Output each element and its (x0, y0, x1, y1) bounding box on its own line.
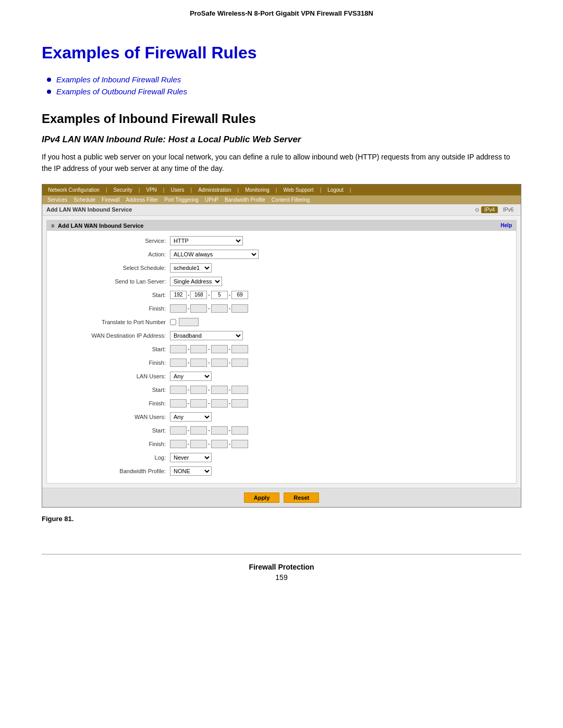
send-to-lan-select[interactable]: Single Address (170, 277, 222, 286)
wan-start2-label: Start: (55, 427, 170, 434)
finish-ip-3[interactable] (211, 304, 228, 313)
page-footer: Firewall Protection 159 (42, 554, 521, 586)
inbound-link[interactable]: Examples of Inbound Firewall Rules (56, 75, 181, 84)
translate-port-input[interactable] (179, 318, 199, 326)
nav-web-support[interactable]: Web Support (280, 186, 316, 194)
action-label: Action: (55, 251, 170, 257)
page-header: ProSafe Wireless-N 8-Port Gigabit VPN Fi… (0, 0, 563, 22)
lan-users-select[interactable]: Any (170, 372, 212, 381)
sub-nav: Services Schedule Firewall Address Filte… (42, 195, 521, 204)
bullet-item-2[interactable]: Examples of Outbound Firewall Rules (47, 87, 521, 96)
nav-network-config[interactable]: Network Configuration (45, 186, 102, 194)
translate-port-value (170, 318, 199, 326)
lan-finish-ip-1[interactable] (170, 399, 187, 408)
wan-start-ip-4[interactable] (231, 345, 248, 353)
subnav-content-filtering[interactable]: Content Filtering (270, 196, 312, 203)
subnav-schedule[interactable]: Schedule (71, 196, 97, 203)
wan-finish-ip-1[interactable] (170, 359, 187, 367)
finish-ip: - - - (170, 304, 248, 313)
wan-start2-ip-4[interactable] (231, 426, 248, 435)
ipv4-toggle[interactable]: IPv4 (481, 206, 498, 213)
wan-users-row: WAN Users: Any (55, 411, 508, 423)
bullet-dot-2 (47, 90, 51, 94)
bandwidth-row: Bandwidth Profile: NONE (55, 465, 508, 477)
finish-ip-1[interactable] (170, 304, 187, 313)
wan-start-ip-1[interactable] (170, 345, 187, 353)
nav-administration[interactable]: Administration (195, 186, 234, 194)
service-select[interactable]: HTTP (170, 236, 243, 245)
nav-bar: Network Configuration | Security | VPN |… (42, 184, 521, 195)
footer-label: Firewall Protection (42, 563, 521, 571)
subnav-firewall[interactable]: Firewall (100, 196, 121, 203)
wan-finish2-ip-3[interactable] (211, 440, 228, 448)
wan-start-label: Start: (55, 346, 170, 352)
lan-start-ip-1[interactable] (170, 386, 187, 394)
reset-button[interactable]: Reset (284, 492, 319, 503)
subnav-bandwidth-profile[interactable]: Bandwidth Profile (223, 196, 267, 203)
wan-start2-ip-3[interactable] (211, 426, 228, 435)
wan-finish-ip-4[interactable] (231, 359, 248, 367)
button-bar: Apply Reset (42, 488, 521, 507)
nav-users[interactable]: Users (168, 186, 187, 194)
schedule-select[interactable]: schedule1 (170, 263, 212, 273)
finish-ip-2[interactable] (190, 304, 207, 313)
wan-finish2-ip-2[interactable] (190, 440, 207, 448)
wan-finish2-ip-1[interactable] (170, 440, 187, 448)
start-ip-4[interactable] (231, 291, 248, 299)
lan-start-label: Start: (55, 387, 170, 393)
wan-start2-ip-2[interactable] (190, 426, 207, 435)
lan-finish-ip-2[interactable] (190, 399, 207, 408)
lan-start-ip-4[interactable] (231, 386, 248, 394)
wan-start2-ip-1[interactable] (170, 426, 187, 435)
nav-vpn[interactable]: VPN (143, 186, 160, 194)
ipv6-toggle[interactable]: IPv6 (500, 206, 517, 213)
send-to-lan-label: Send to Lan Server: (55, 278, 170, 285)
wan-finish2-ip-4[interactable] (231, 440, 248, 448)
wan-users-select[interactable]: Any (170, 412, 212, 422)
translate-port-checkbox[interactable] (170, 319, 176, 325)
subnav-upnp[interactable]: UPnP (203, 196, 221, 203)
ipv-toggle: ⊙ IPv4 IPv6 (475, 206, 517, 213)
bandwidth-value: NONE (170, 466, 212, 476)
lan-start-ip-2[interactable] (190, 386, 207, 394)
form-header: ≡ Add LAN WAN Inbound Service Help (47, 220, 516, 231)
bandwidth-label: Bandwidth Profile: (55, 468, 170, 474)
bandwidth-select[interactable]: NONE (170, 466, 212, 476)
wan-start-ip-3[interactable] (211, 345, 228, 353)
bullet-item-1[interactable]: Examples of Inbound Firewall Rules (47, 75, 521, 84)
wan-dest-select[interactable]: Broadband (170, 331, 243, 340)
lan-finish-ip: - - - (170, 399, 248, 408)
wan-start-row: Start: - - - (55, 343, 508, 355)
translate-port-row: Translate to Port Number (55, 316, 508, 328)
wan-finish-label: Finish: (55, 360, 170, 366)
subnav-address-filter[interactable]: Address Filter (124, 196, 161, 203)
wan-start-ip-2[interactable] (190, 345, 207, 353)
lan-finish-ip-3[interactable] (211, 399, 228, 408)
nav-monitoring[interactable]: Monitoring (242, 186, 272, 194)
lan-finish-ip-4[interactable] (231, 399, 248, 408)
lan-start-row: Start: - - - (55, 384, 508, 396)
start-ip-1[interactable] (170, 291, 187, 299)
outbound-link[interactable]: Examples of Outbound Firewall Rules (56, 87, 187, 96)
subnav-port-triggering[interactable]: Port Triggering (162, 196, 201, 203)
lan-finish-label: Finish: (55, 400, 170, 406)
nav-logout[interactable]: Logout (325, 186, 346, 194)
help-button[interactable]: Help (500, 223, 512, 228)
lan-start-ip-3[interactable] (211, 386, 228, 394)
subnav-services[interactable]: Services (45, 196, 69, 203)
form-body: Service: HTTP Action: ALLOW always (47, 231, 516, 483)
wan-finish-ip-2[interactable] (190, 359, 207, 367)
finish-ip-4[interactable] (231, 304, 248, 313)
log-select[interactable]: Never (170, 453, 212, 462)
start-ip-2[interactable] (190, 291, 207, 299)
nav-security[interactable]: Security (111, 186, 135, 194)
ui-page-title: Add LAN WAN Inbound Service (46, 206, 132, 213)
wan-finish-ip-3[interactable] (211, 359, 228, 367)
log-row: Log: Never (55, 452, 508, 463)
schedule-value: schedule1 (170, 263, 212, 273)
start-ip-3[interactable] (211, 291, 228, 299)
schedule-row: Select Schedule: schedule1 (55, 262, 508, 274)
apply-button[interactable]: Apply (244, 492, 280, 503)
wan-dest-value: Broadband (170, 331, 243, 340)
action-select[interactable]: ALLOW always (170, 250, 259, 259)
